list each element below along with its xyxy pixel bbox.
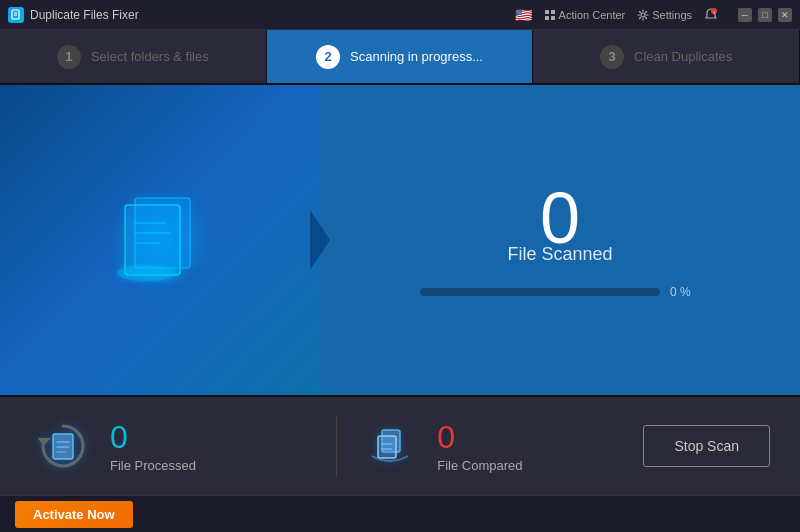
settings-button[interactable]: Settings	[637, 9, 692, 21]
right-panel: 0 File Scanned 0 %	[320, 85, 800, 395]
svg-rect-3	[545, 10, 549, 14]
svg-rect-4	[551, 10, 555, 14]
file-compared-count: 0	[437, 419, 522, 456]
svg-point-7	[641, 13, 645, 17]
maximize-button[interactable]: □	[758, 8, 772, 22]
file-scanned-label: File Scanned	[507, 244, 612, 265]
document-icon	[110, 183, 210, 297]
action-center-button[interactable]: Action Center	[544, 9, 626, 21]
tab-scanning[interactable]: 2 Scanning in progress...	[267, 30, 534, 83]
file-compared-info: 0 File Compared	[437, 419, 522, 473]
tab-label-1: Select folders & files	[91, 49, 209, 64]
file-processed-info: 0 File Processed	[110, 419, 196, 473]
tab-label-3: Clean Duplicates	[634, 49, 732, 64]
file-compared-label: File Compared	[437, 458, 522, 473]
stats-bar: 0 File Processed 0 File Compared Stop Sc…	[0, 395, 800, 495]
window-controls[interactable]: ─ □ ✕	[738, 8, 792, 22]
divider-arrow	[310, 210, 330, 270]
stat-divider	[336, 416, 337, 476]
titlebar-right: 🇺🇸 Action Center Settings 2 ─ □ ✕	[515, 7, 792, 23]
file-processed-count: 0	[110, 419, 196, 456]
tab-bar: 1 Select folders & files 2 Scanning in p…	[0, 30, 800, 85]
tab-number-2: 2	[316, 45, 340, 69]
progress-bar-background	[420, 288, 660, 296]
file-processed-label: File Processed	[110, 458, 196, 473]
left-panel	[0, 85, 320, 395]
language-flag[interactable]: 🇺🇸	[515, 7, 532, 23]
activate-now-button[interactable]: Activate Now	[15, 501, 133, 528]
svg-rect-5	[545, 16, 549, 20]
app-icon	[8, 7, 24, 23]
scan-stats: 0 File Scanned	[507, 182, 612, 265]
tab-select-folders[interactable]: 1 Select folders & files	[0, 30, 267, 83]
minimize-button[interactable]: ─	[738, 8, 752, 22]
scan-animation	[80, 160, 240, 320]
svg-point-15	[117, 265, 177, 281]
close-button[interactable]: ✕	[778, 8, 792, 22]
tab-label-2: Scanning in progress...	[350, 49, 483, 64]
tab-number-1: 1	[57, 45, 81, 69]
svg-rect-6	[551, 16, 555, 20]
stat-file-compared: 0 File Compared	[357, 414, 643, 479]
title-bar: Duplicate Files Fixer 🇺🇸 Action Center S…	[0, 0, 800, 30]
notification-button[interactable]: 2	[704, 8, 718, 22]
file-processed-icon	[30, 414, 95, 479]
stat-file-processed: 0 File Processed	[30, 414, 316, 479]
tab-number-3: 3	[600, 45, 624, 69]
svg-rect-11	[125, 205, 180, 275]
main-content: 0 File Scanned 0 %	[0, 85, 800, 395]
file-compared-icon	[357, 414, 422, 479]
svg-rect-21	[378, 436, 396, 458]
progress-percent: 0 %	[670, 285, 700, 299]
app-title: Duplicate Files Fixer	[30, 8, 515, 22]
tab-clean-duplicates[interactable]: 3 Clean Duplicates	[533, 30, 800, 83]
footer: Activate Now	[0, 495, 800, 532]
progress-bar-container: 0 %	[420, 285, 700, 299]
stop-scan-button[interactable]: Stop Scan	[643, 425, 770, 467]
